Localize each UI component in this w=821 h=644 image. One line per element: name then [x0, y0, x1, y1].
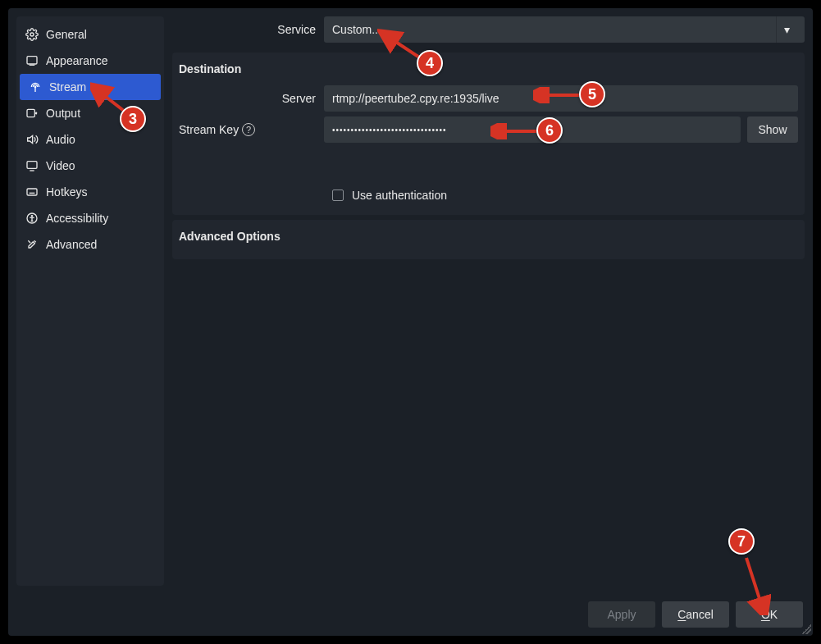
cancel-button-label: Cancel	[677, 608, 714, 621]
server-label: Server	[179, 92, 324, 105]
speaker-icon	[25, 132, 39, 147]
service-row: Service Custom... ▾	[172, 16, 805, 43]
sidebar-item-label: Advanced	[46, 238, 97, 251]
use-auth-row: Use authentication	[179, 189, 798, 202]
streamkey-label: Stream Key ?	[179, 123, 324, 136]
sidebar-item-advanced[interactable]: Advanced	[16, 231, 164, 258]
sidebar-item-label: General	[46, 28, 87, 41]
svg-rect-1	[27, 57, 37, 64]
keyboard-icon	[25, 185, 39, 199]
output-icon	[25, 106, 39, 121]
callout-arrow-5	[533, 87, 591, 103]
server-row: Server	[179, 85, 798, 112]
streamkey-value: •••••••••••••••••••••••••••••••	[332, 126, 447, 135]
help-icon[interactable]: ?	[242, 123, 255, 136]
accessibility-icon	[25, 211, 39, 226]
cancel-button[interactable]: Cancel	[662, 601, 729, 628]
svg-rect-5	[27, 189, 37, 195]
svg-line-8	[102, 94, 128, 114]
svg-rect-4	[27, 162, 37, 169]
monitor-icon	[25, 158, 39, 173]
advanced-section[interactable]: Advanced Options	[172, 220, 805, 259]
sidebar-item-hotkeys[interactable]: Hotkeys	[16, 179, 164, 205]
sidebar-item-video[interactable]: Video	[16, 153, 164, 179]
use-auth-checkbox[interactable]	[332, 190, 344, 201]
svg-point-7	[31, 216, 32, 217]
streamkey-row: Stream Key ? •••••••••••••••••••••••••••…	[179, 116, 798, 143]
sidebar-item-appearance[interactable]: Appearance	[16, 48, 164, 74]
svg-point-0	[30, 33, 34, 36]
tools-icon	[25, 237, 39, 252]
apply-button: Apply	[588, 601, 655, 628]
streamkey-label-text: Stream Key	[179, 123, 239, 136]
antenna-icon	[28, 80, 43, 94]
sidebar-item-general[interactable]: General	[16, 21, 164, 48]
palette-icon	[25, 53, 39, 68]
chevron-down-icon: ▾	[777, 23, 796, 36]
sidebar-item-accessibility[interactable]: Accessibility	[16, 205, 164, 231]
svg-line-9	[392, 39, 423, 60]
svg-line-12	[746, 558, 761, 604]
sidebar-item-label: Output	[46, 107, 80, 120]
sidebar-item-label: Video	[46, 159, 75, 172]
main-panel: Service Custom... ▾ Destination Server	[172, 16, 805, 586]
service-value: Custom...	[332, 23, 381, 36]
show-button-label: Show	[758, 123, 787, 136]
service-label: Service	[172, 23, 324, 36]
callout-arrow-6	[490, 123, 548, 139]
resize-grip[interactable]	[801, 624, 811, 634]
svg-rect-3	[27, 109, 34, 116]
callout-arrow-3	[90, 82, 139, 123]
use-auth-label: Use authentication	[352, 189, 447, 202]
sidebar-item-audio[interactable]: Audio	[16, 126, 164, 153]
sidebar-item-label: Audio	[46, 133, 75, 146]
svg-point-2	[34, 86, 35, 87]
sidebar-item-label: Hotkeys	[46, 185, 88, 199]
destination-section: Destination Server Stream Key ?	[172, 53, 805, 215]
gear-icon	[25, 27, 39, 42]
sidebar-item-label: Accessibility	[46, 212, 108, 225]
show-button[interactable]: Show	[747, 116, 798, 143]
callout-arrow-7	[738, 550, 771, 615]
sidebar-item-label: Stream	[49, 80, 86, 94]
apply-button-label: Apply	[607, 608, 636, 621]
callout-arrow-4	[377, 28, 435, 69]
destination-header: Destination	[172, 53, 805, 85]
sidebar-item-label: Appearance	[46, 54, 108, 67]
advanced-header: Advanced Options	[172, 220, 805, 253]
